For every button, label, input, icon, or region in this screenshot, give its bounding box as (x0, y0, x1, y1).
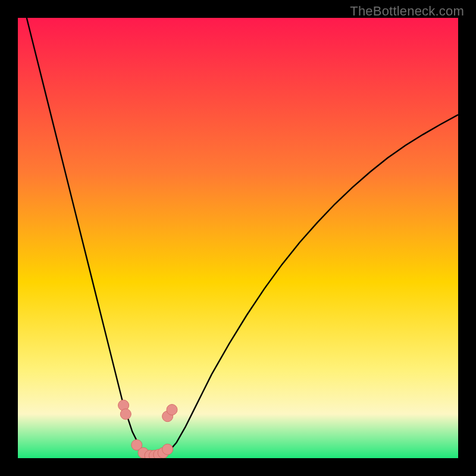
data-marker (120, 409, 131, 419)
bottleneck-chart (18, 18, 458, 458)
data-marker (162, 444, 173, 455)
watermark-text: TheBottleneck.com (350, 4, 464, 19)
data-marker (167, 405, 177, 415)
chart-frame (18, 18, 458, 458)
gradient-background (18, 18, 458, 458)
